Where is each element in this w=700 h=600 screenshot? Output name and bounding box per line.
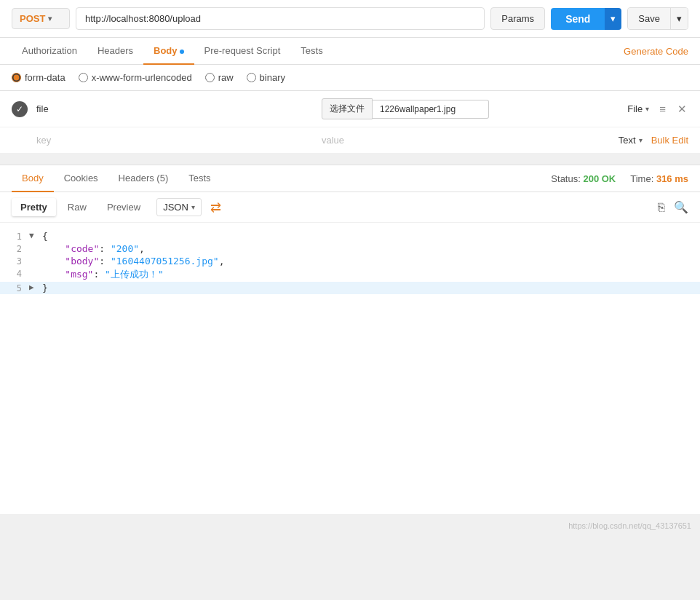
tab-authorization[interactable]: Authorization <box>12 38 87 65</box>
response-actions: ⎘ 🔍 <box>658 200 688 214</box>
line-arrow-5[interactable]: ▶ <box>29 283 39 293</box>
time-value: 316 ms <box>656 173 688 184</box>
code-line-1: 1 ▼ { <box>0 230 700 242</box>
send-dropdown-button[interactable]: ▾ <box>605 8 621 30</box>
method-chevron-icon: ▾ <box>48 15 52 23</box>
status-info: Status: 200 OK Time: 316 ms <box>551 173 688 184</box>
send-chevron-icon: ▾ <box>610 13 616 24</box>
url-input[interactable] <box>76 7 485 30</box>
request-tabs-bar: Authorization Headers Body Pre-request S… <box>0 38 700 65</box>
line-number-1: 1 <box>0 231 29 242</box>
save-dropdown-button[interactable]: ▾ <box>670 8 688 29</box>
format-pretty-button[interactable]: Pretty <box>12 198 56 216</box>
wrap-icon[interactable]: ⇄ <box>210 200 221 216</box>
choose-file-button[interactable]: 选择文件 <box>322 98 373 119</box>
code-line-4: 4 "msg": "上传成功！" <box>0 267 700 282</box>
format-preview-button[interactable]: Preview <box>98 198 149 216</box>
response-tab-headers[interactable]: Headers (5) <box>108 165 179 192</box>
response-panel: Body Cookies Headers (5) Tests Status: 2… <box>0 165 700 514</box>
key-cell: file <box>36 103 313 114</box>
line-arrow-3 <box>29 256 39 267</box>
code-viewer: 1 ▼ { 2 "code": "200", 3 "body": "160440… <box>0 223 700 514</box>
time-label: Time: 316 ms <box>630 173 688 184</box>
params-button[interactable]: Params <box>490 7 545 30</box>
filename-display: 1226wallpaper1.jpg <box>373 100 489 119</box>
file-type-chevron-icon: ▾ <box>645 105 649 113</box>
value-placeholder: value <box>322 135 598 146</box>
file-type-select[interactable]: File ▾ <box>627 103 649 114</box>
watermark: https://blog.csdn.net/qq_43137651 <box>568 521 691 530</box>
text-type-chevron-icon: ▾ <box>639 136 643 144</box>
row-checkbox[interactable]: ✓ <box>12 101 28 117</box>
key-placeholder: key <box>36 135 313 146</box>
line-number-3: 3 <box>0 256 29 267</box>
code-line-5: 5 ▶ } <box>0 282 700 294</box>
footer: https://blog.csdn.net/qq_43137651 <box>0 514 700 536</box>
response-tab-body[interactable]: Body <box>12 165 54 192</box>
radio-form-data[interactable]: form-data <box>12 72 65 83</box>
save-chevron-icon: ▾ <box>677 13 682 24</box>
format-raw-button[interactable]: Raw <box>59 198 95 216</box>
status-value: 200 OK <box>583 173 616 184</box>
row-delete-icon[interactable]: ✕ <box>676 101 688 117</box>
placeholder-row: key value Text ▾ Bulk Edit <box>0 127 700 153</box>
tab-pre-request[interactable]: Pre-request Script <box>194 38 291 65</box>
radio-raw[interactable]: raw <box>205 72 234 83</box>
body-dot <box>180 50 184 54</box>
send-button[interactable]: Send <box>551 8 605 30</box>
line-arrow-2 <box>29 243 39 254</box>
bulk-edit-link[interactable]: Bulk Edit <box>651 135 688 146</box>
status-label: Status: 200 OK <box>551 173 616 184</box>
json-format-select[interactable]: JSON ▾ <box>156 198 202 216</box>
code-line-3: 3 "body": "1604407051256.jpg", <box>0 255 700 267</box>
response-tab-tests[interactable]: Tests <box>178 165 220 192</box>
tab-tests[interactable]: Tests <box>290 38 333 65</box>
response-tab-cookies[interactable]: Cookies <box>54 165 108 192</box>
radio-urlencoded[interactable]: x-www-form-urlencoded <box>79 72 192 83</box>
line-number-4: 4 <box>0 268 29 281</box>
file-select-group: 选择文件 1226wallpaper1.jpg <box>322 98 607 119</box>
copy-button[interactable]: ⎘ <box>658 200 665 214</box>
save-button[interactable]: Save <box>628 8 670 29</box>
row-actions: ≡ ✕ <box>658 101 688 117</box>
tab-headers[interactable]: Headers <box>87 38 143 65</box>
radio-binary[interactable]: binary <box>247 72 285 83</box>
generate-code-link[interactable]: Generate Code <box>624 46 688 57</box>
line-number-2: 2 <box>0 243 29 254</box>
json-chevron-icon: ▾ <box>191 203 195 211</box>
line-arrow-4 <box>29 268 39 281</box>
tab-body[interactable]: Body <box>143 38 194 65</box>
panel-separator <box>0 153 700 159</box>
search-button[interactable]: 🔍 <box>674 200 688 214</box>
method-label: POST <box>20 13 45 24</box>
line-number-5: 5 <box>0 283 29 293</box>
text-type-select[interactable]: Text ▾ <box>619 135 643 146</box>
body-options: form-data x-www-form-urlencoded raw bina… <box>0 65 700 91</box>
line-arrow-1[interactable]: ▼ <box>29 231 39 242</box>
method-dropdown[interactable]: POST ▾ <box>12 8 70 29</box>
row-menu-icon[interactable]: ≡ <box>658 101 667 117</box>
response-tabs-bar: Body Cookies Headers (5) Tests Status: 2… <box>0 165 700 192</box>
code-line-2: 2 "code": "200", <box>0 242 700 255</box>
form-data-row: ✓ file 选择文件 1226wallpaper1.jpg File ▾ ≡ … <box>0 91 700 127</box>
response-format-bar: Pretty Raw Preview JSON ▾ ⇄ ⎘ 🔍 <box>0 192 700 223</box>
